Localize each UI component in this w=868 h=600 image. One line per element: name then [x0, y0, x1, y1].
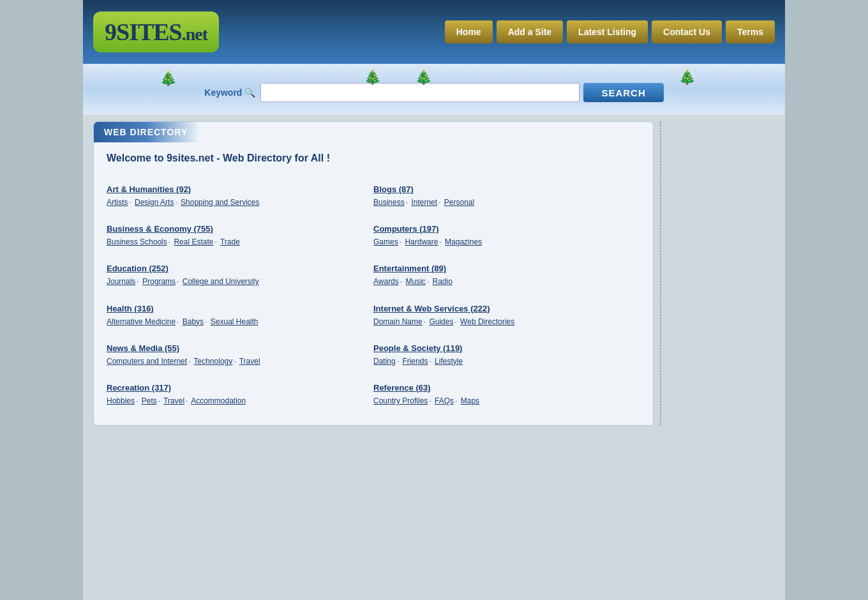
cat-sub-link[interactable]: Real Estate: [174, 237, 213, 246]
cat-sub-health: Alternative Medicine· Babys· Sexual Heal…: [107, 316, 363, 328]
cat-sub-link[interactable]: Programs: [142, 277, 176, 286]
logo-brand: 9SITES: [105, 19, 182, 45]
cat-sub-link[interactable]: Design Arts: [135, 198, 174, 207]
section-box: WEB DIRECTORY Welcome to 9sites.net - We…: [93, 121, 654, 426]
cat-sub-link[interactable]: Guides: [429, 317, 453, 326]
cat-sub-link[interactable]: Business: [373, 198, 405, 207]
nav-terms[interactable]: Terms: [726, 20, 775, 43]
cat-sub-reference: Country Profiles· FAQs· Maps: [373, 395, 630, 407]
nav-add-site[interactable]: Add a Site: [497, 20, 563, 43]
cat-sub-business: Business Schools· Real Estate· Trade: [107, 236, 363, 248]
cat-sub-link[interactable]: Web Directories: [460, 317, 514, 326]
nav-home[interactable]: Home: [445, 20, 493, 43]
cat-sub-link[interactable]: Journals: [107, 277, 135, 286]
cat-sub-link[interactable]: Shopping and Services: [181, 198, 259, 207]
cat-item-news: News & Media (55) Computers and Internet…: [107, 336, 373, 375]
cat-sub-recreation: Hobbies· Pets· Travel· Accommodation: [107, 395, 363, 407]
section-content: Welcome to 9sites.net - Web Directory fo…: [94, 142, 653, 425]
cat-link-entertainment[interactable]: Entertainment (89): [373, 264, 630, 273]
content-area: WEB DIRECTORY Welcome to 9sites.net - We…: [93, 121, 654, 426]
cat-sub-link[interactable]: Computers and Internet: [107, 357, 187, 366]
section-header-text: WEB DIRECTORY: [104, 127, 188, 137]
cat-item-internet: Internet & Web Services (222) Domain Nam…: [373, 296, 640, 336]
logo-tld: .net: [182, 24, 207, 44]
search-area: 🎄 🎄 🎄 🎄 Keyword 🔍 SEARCH: [83, 64, 785, 115]
cat-item-art: Art & Humanities (92) Artists· Design Ar…: [107, 177, 373, 216]
cat-sub-link[interactable]: Domain Name: [373, 317, 423, 326]
cat-sub-blogs: Business· Internet· Personal: [373, 197, 630, 209]
cat-sub-link[interactable]: Pets: [142, 396, 157, 405]
welcome-title: Welcome to 9sites.net - Web Directory fo…: [107, 153, 640, 164]
cat-link-recreation[interactable]: Recreation (317): [107, 383, 363, 393]
cat-sub-news: Computers and Internet· Technology· Trav…: [107, 356, 363, 368]
search-label-text: Keyword: [204, 87, 242, 98]
cat-item-reference: Reference (63) Country Profiles· FAQs· M…: [373, 375, 640, 415]
cat-link-education[interactable]: Education (252): [107, 264, 363, 273]
cat-link-news[interactable]: News & Media (55): [107, 343, 363, 353]
cat-sub-link[interactable]: Magazines: [445, 237, 482, 246]
xmas-tree-4: 🎄: [678, 69, 696, 86]
main-layout: WEB DIRECTORY Welcome to 9sites.net - We…: [83, 115, 785, 432]
cat-sub-computers: Games· Hardware· Magazines: [373, 236, 630, 248]
cat-sub-link[interactable]: Travel: [163, 396, 184, 405]
cat-sub-link[interactable]: Games: [373, 237, 398, 246]
cat-sub-link[interactable]: College and University: [183, 277, 259, 286]
xmas-tree-1: 🎄: [160, 70, 177, 87]
sidebar: [660, 121, 775, 426]
nav-contact[interactable]: Contact Us: [652, 20, 722, 43]
cat-sub-art: Artists· Design Arts· Shopping and Servi…: [107, 197, 363, 209]
logo-text: 9SITES.net: [105, 18, 207, 46]
search-icon: 🔍: [244, 87, 255, 98]
cat-item-health: Health (316) Alternative Medicine· Babys…: [107, 296, 373, 336]
cat-sub-link[interactable]: Internet: [411, 198, 437, 207]
cat-sub-link[interactable]: Personal: [444, 198, 474, 207]
cat-item-education: Education (252) Journals· Programs· Coll…: [107, 256, 373, 296]
xmas-tree-2: 🎄: [364, 69, 381, 86]
nav-latest-listing[interactable]: Latest Listing: [567, 20, 648, 43]
cat-item-blogs: Blogs (87) Business· Internet· Personal: [373, 177, 640, 216]
cat-sub-people: Dating· Friends· Lifestyle: [373, 356, 630, 368]
cat-sub-link[interactable]: Alternative Medicine: [107, 317, 176, 326]
cat-sub-link[interactable]: Friends: [402, 357, 428, 366]
cat-link-business[interactable]: Business & Economy (755): [107, 224, 363, 234]
cat-sub-link[interactable]: Hardware: [405, 237, 438, 246]
cat-sub-link[interactable]: Babys: [183, 317, 204, 326]
cat-sub-link[interactable]: Travel: [239, 357, 260, 366]
category-grid: Art & Humanities (92) Artists· Design Ar…: [107, 177, 640, 415]
cat-sub-link[interactable]: Radio: [433, 277, 453, 286]
cat-item-entertainment: Entertainment (89) Awards· Music· Radio: [373, 256, 640, 296]
section-header: WEB DIRECTORY: [94, 122, 198, 142]
cat-sub-link[interactable]: Lifestyle: [435, 357, 463, 366]
search-button[interactable]: SEARCH: [583, 83, 663, 102]
logo: 9SITES.net: [93, 11, 219, 52]
cat-link-health[interactable]: Health (316): [107, 304, 363, 313]
search-input[interactable]: [260, 83, 580, 102]
search-label: Keyword 🔍: [204, 87, 255, 98]
nav: Home Add a Site Latest Listing Contact U…: [445, 20, 775, 43]
cat-sub-link[interactable]: Country Profiles: [373, 396, 428, 405]
cat-link-reference[interactable]: Reference (63): [373, 383, 630, 393]
cat-item-recreation: Recreation (317) Hobbies· Pets· Travel· …: [107, 375, 373, 415]
cat-sub-link[interactable]: FAQs: [435, 396, 454, 405]
cat-link-internet[interactable]: Internet & Web Services (222): [373, 304, 630, 313]
cat-item-computers: Computers (197) Games· Hardware· Magazin…: [373, 216, 640, 256]
cat-sub-link[interactable]: Accommodation: [191, 396, 246, 405]
cat-sub-link[interactable]: Music: [405, 277, 425, 286]
cat-sub-link[interactable]: Maps: [461, 396, 479, 405]
cat-sub-link[interactable]: Sexual Health: [211, 317, 258, 326]
cat-link-blogs[interactable]: Blogs (87): [373, 184, 630, 194]
cat-sub-education: Journals· Programs· College and Universi…: [107, 276, 363, 288]
cat-link-art[interactable]: Art & Humanities (92): [107, 184, 363, 194]
cat-link-computers[interactable]: Computers (197): [373, 224, 630, 234]
header: 9SITES.net Home Add a Site Latest Listin…: [83, 0, 785, 64]
cat-sub-link[interactable]: Trade: [220, 237, 240, 246]
cat-sub-link[interactable]: Dating: [373, 357, 396, 366]
cat-sub-link[interactable]: Awards: [373, 277, 399, 286]
cat-sub-link[interactable]: Technology: [194, 357, 233, 366]
cat-sub-internet: Domain Name· Guides· Web Directories: [373, 316, 630, 328]
cat-sub-link[interactable]: Hobbies: [107, 396, 135, 405]
cat-link-people[interactable]: People & Society (119): [373, 343, 630, 353]
cat-sub-link[interactable]: Artists: [107, 198, 128, 207]
cat-sub-entertainment: Awards· Music· Radio: [373, 276, 630, 288]
cat-sub-link[interactable]: Business Schools: [107, 237, 167, 246]
